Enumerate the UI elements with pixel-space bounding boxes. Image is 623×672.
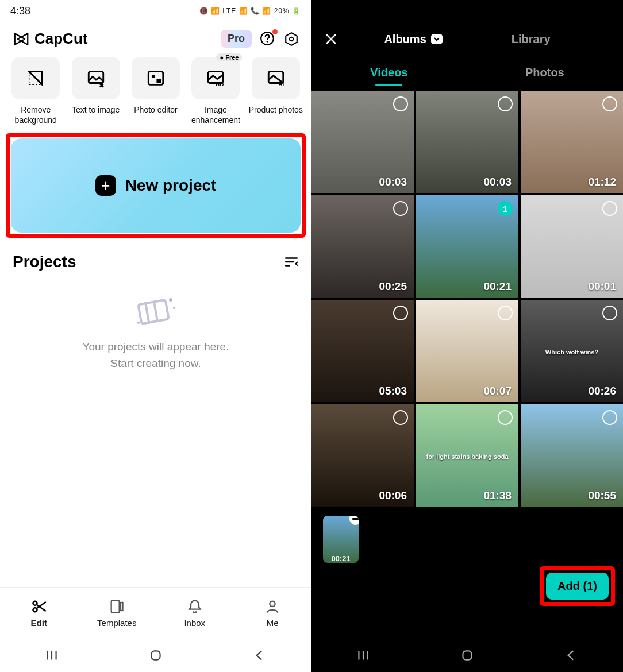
video-thumb[interactable]: 01:12 <box>521 91 623 193</box>
svg-text:AI: AI <box>278 81 284 87</box>
video-thumb[interactable]: 100:21 <box>416 195 518 298</box>
video-thumb[interactable]: 05:03 <box>312 300 414 402</box>
video-thumb[interactable]: 00:06 <box>312 404 414 507</box>
back-icon[interactable] <box>252 648 267 663</box>
duration-label: 05:03 <box>379 385 407 397</box>
nav-label: Templates <box>97 618 136 628</box>
select-circle-icon[interactable] <box>393 410 408 425</box>
video-thumb[interactable]: 00:25 <box>312 195 414 298</box>
tool-label: Image enhancement <box>187 105 244 125</box>
capcut-logo-icon <box>13 30 30 48</box>
select-circle-icon[interactable] <box>393 96 408 111</box>
svg-point-5 <box>152 75 155 78</box>
add-button[interactable]: Add (1) <box>546 573 609 600</box>
media-tab-photos[interactable]: Photos <box>525 66 564 79</box>
select-circle-icon[interactable] <box>602 96 617 111</box>
projects-heading: Projects <box>13 253 76 271</box>
scissors-icon <box>30 598 48 615</box>
status-bar-dark <box>312 0 623 22</box>
svg-rect-23 <box>463 651 471 659</box>
recents-icon[interactable] <box>44 648 59 663</box>
duration-label: 00:21 <box>483 280 512 293</box>
recents-icon[interactable] <box>356 648 371 663</box>
brand-text: CapCut <box>34 30 87 48</box>
svg-rect-19 <box>111 601 120 613</box>
thumb-caption: Which wolf wins? <box>521 349 623 356</box>
nav-edit[interactable]: Edit <box>0 588 78 639</box>
app-logo: CapCut <box>13 30 87 48</box>
video-grid: 00:0300:0301:1200:25100:2100:0105:0300:0… <box>312 88 623 507</box>
back-icon[interactable] <box>564 648 579 663</box>
svg-point-2 <box>290 37 294 41</box>
sort-icon[interactable] <box>284 254 299 269</box>
select-circle-icon[interactable]: 1 <box>498 201 513 216</box>
video-thumb[interactable]: 00:55 <box>521 404 623 507</box>
new-project-button[interactable]: + New project <box>11 138 301 233</box>
tool-text-to-image[interactable]: Text to image <box>67 57 124 125</box>
select-circle-icon[interactable] <box>602 306 617 320</box>
notification-dot-icon <box>272 29 278 34</box>
svg-line-13 <box>154 301 158 322</box>
help-button[interactable] <box>260 31 276 47</box>
video-thumb[interactable]: Which wolf wins?00:26 <box>521 300 623 402</box>
empty-projects: Your projects will appear here. Start cr… <box>0 271 312 587</box>
tool-label: Product photos <box>249 105 303 115</box>
video-thumb[interactable]: 00:03 <box>312 91 414 193</box>
select-circle-icon[interactable] <box>393 306 408 320</box>
svg-rect-20 <box>121 603 123 611</box>
system-nav-dark <box>312 639 623 672</box>
media-tab-videos[interactable]: Videos <box>370 66 407 79</box>
close-icon[interactable] <box>324 32 338 46</box>
pro-badge[interactable]: Pro <box>221 30 252 48</box>
svg-rect-6 <box>156 79 161 83</box>
svg-point-14 <box>169 298 172 302</box>
tool-product-photos[interactable]: AI Product photos <box>247 57 305 125</box>
settings-hexagon-icon[interactable] <box>284 32 299 47</box>
home-icon[interactable] <box>460 648 475 663</box>
status-bar: 4:38 📵 📶 LTE 📶 📞 📶 20% 🔋 <box>0 0 312 22</box>
tool-photo-editor[interactable]: Photo editor <box>127 57 184 125</box>
duration-label: 00:03 <box>483 176 512 188</box>
video-thumb[interactable]: 00:03 <box>416 91 518 193</box>
tool-image-enhancement[interactable]: ● Free HD Image enhancement <box>187 57 244 125</box>
video-thumb[interactable]: 00:01 <box>521 195 623 298</box>
duration-label: 00:25 <box>379 280 407 293</box>
text-to-image-icon <box>86 68 106 88</box>
top-tab-albums[interactable]: Albums <box>384 33 442 46</box>
photo-editor-icon <box>146 68 166 88</box>
duration-label: 01:38 <box>483 489 512 502</box>
duration-label: 01:12 <box>588 176 616 188</box>
image-enhance-icon: HD <box>206 68 225 88</box>
remove-bg-icon <box>26 68 45 88</box>
select-circle-icon[interactable] <box>602 410 617 425</box>
remove-selection-icon[interactable] <box>349 516 359 525</box>
svg-rect-22 <box>151 651 160 659</box>
select-circle-icon[interactable] <box>393 201 408 216</box>
duration-label: 00:07 <box>483 385 512 397</box>
nav-me[interactable]: Me <box>234 588 312 639</box>
selected-thumb[interactable]: 00:21 <box>323 516 359 563</box>
duration-label: 00:06 <box>379 489 407 502</box>
albums-label: Albums <box>384 33 426 46</box>
nav-templates[interactable]: Templates <box>78 588 156 639</box>
select-circle-icon[interactable] <box>498 410 513 425</box>
film-clip-icon <box>133 294 179 329</box>
tool-remove-background[interactable]: Remove background <box>7 57 64 125</box>
select-circle-icon[interactable] <box>498 96 513 111</box>
empty-line1: Your projects will appear here. <box>83 339 229 356</box>
video-thumb[interactable]: 00:07 <box>416 300 518 402</box>
duration-label: 00:55 <box>588 489 616 502</box>
svg-point-15 <box>173 307 175 309</box>
free-pill: ● Free <box>216 53 242 61</box>
video-thumb[interactable]: for light stains baking soda01:38 <box>416 404 518 507</box>
nav-inbox[interactable]: Inbox <box>156 588 234 639</box>
top-tab-library[interactable]: Library <box>512 33 551 46</box>
empty-line2: Start creating now. <box>110 356 201 372</box>
clock: 4:38 <box>10 5 30 17</box>
select-circle-icon[interactable] <box>498 306 513 320</box>
nav-label: Edit <box>31 618 47 628</box>
home-icon[interactable] <box>148 648 163 663</box>
select-circle-icon[interactable] <box>602 201 617 216</box>
system-nav <box>0 639 312 672</box>
highlight-frame: + New project <box>6 133 306 238</box>
